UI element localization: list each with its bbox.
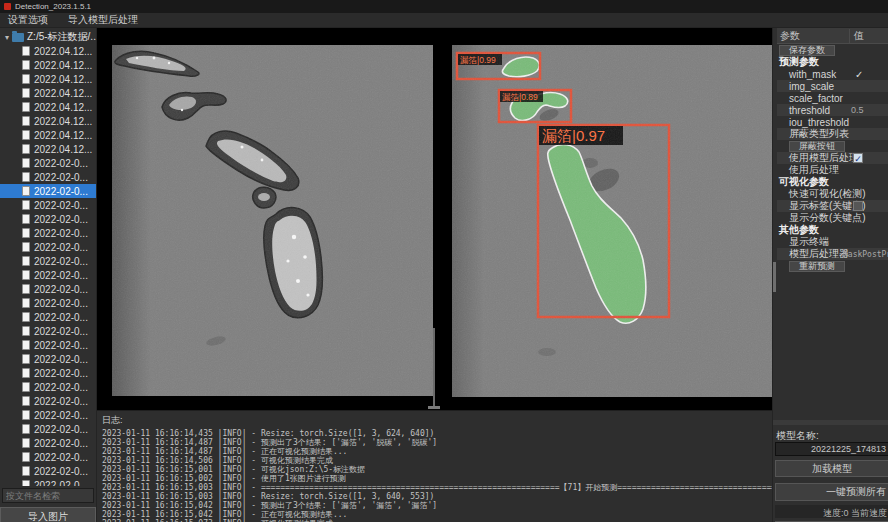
param-row[interactable]: with_mask✓ — [777, 68, 888, 80]
section-divider — [773, 420, 888, 425]
param-row[interactable]: 显示分数(关键点) — [777, 212, 888, 224]
tree-item-label: 2022-02-0... — [34, 158, 88, 169]
tree-item-label: 2022-02-0... — [34, 214, 88, 225]
tree-item[interactable]: 2022-02-0... — [0, 198, 96, 212]
tree-item[interactable]: 2022-02-0... — [0, 226, 96, 240]
tree-item-label: 2022-02-0... — [34, 228, 88, 239]
param-button-row: 重新预测 — [777, 260, 888, 272]
load-model-button[interactable]: 加载模型 — [775, 460, 888, 477]
tree-item[interactable]: 2022-02-0... — [0, 240, 96, 254]
param-row[interactable]: scale_factor — [777, 92, 888, 104]
tree-item[interactable]: 2022.04.12... — [0, 142, 96, 156]
tree-item[interactable]: 2022-02-0... — [0, 310, 96, 324]
tree-item[interactable]: 2022.04.12... — [0, 100, 96, 114]
log-title: 日志: — [97, 411, 772, 429]
search-input[interactable] — [2, 488, 94, 503]
menu-settings[interactable]: 设置选项 — [8, 13, 48, 27]
log-line: 2023-01-11 16:16:15,003 |INFO| - =======… — [97, 483, 772, 492]
param-row[interactable]: img_scale — [777, 80, 888, 92]
tree-root[interactable]: ▾ Z:/5-标注数据/... — [0, 30, 96, 44]
checkbox[interactable]: ✓ — [853, 153, 863, 163]
tree-item[interactable]: 2022-02-0... — [0, 296, 96, 310]
file-icon — [22, 438, 30, 448]
log-line: 2023-01-11 16:16:15,003 |INFO| - Resize:… — [97, 492, 772, 501]
log-area[interactable]: 日志: 2023-01-11 16:16:14,435 |INFO| - Res… — [97, 410, 772, 522]
menu-import-postprocess[interactable]: 导入模型后处理 — [68, 13, 138, 27]
scrollbar-thumb[interactable] — [773, 262, 776, 292]
tree-item[interactable]: 2022-02-0... — [0, 338, 96, 352]
tree-item[interactable]: 2022-02-0... — [0, 366, 96, 380]
tree-item-label: 2022-02-0... — [34, 326, 88, 337]
import-images-button[interactable]: 导入图片 — [0, 507, 96, 522]
file-icon — [22, 158, 30, 168]
panel-splitter-handle[interactable] — [428, 406, 440, 409]
param-row[interactable]: threshold0.5 — [777, 104, 888, 116]
file-icon — [22, 172, 30, 182]
tree-item[interactable]: 2022-02-0... — [0, 380, 96, 394]
file-icon — [22, 200, 30, 210]
file-icon — [22, 382, 30, 392]
tree-item[interactable]: 2022-02-0... — [0, 324, 96, 338]
tree-item-label: 2022.04.12... — [34, 144, 92, 155]
file-icon — [22, 424, 30, 434]
param-row[interactable]: 模型后处理器MaskPostPro — [777, 248, 888, 260]
file-tree[interactable]: ▾ Z:/5-标注数据/... 2022.04.12...2022.04.12.… — [0, 28, 96, 486]
file-icon — [22, 368, 30, 378]
tree-item[interactable]: 2022.04.12... — [0, 86, 96, 100]
tree-item-label: 2022-02-0... — [34, 382, 88, 393]
file-icon — [22, 60, 30, 70]
tree-item[interactable]: 2022-02-0 — [0, 478, 96, 486]
tree-item-label: 2022.04.12... — [34, 116, 92, 127]
tree-item[interactable]: 2022-02-0... — [0, 450, 96, 464]
tree-item-label: 2022-02-0... — [34, 200, 88, 211]
tree-item[interactable]: 2022-02-0... — [0, 212, 96, 226]
param-name: img_scale — [789, 81, 888, 92]
file-icon — [22, 284, 30, 294]
tree-item[interactable]: 2022.04.12... — [0, 44, 96, 58]
predict-all-button[interactable]: 一键预测所有 — [775, 483, 888, 501]
param-row[interactable]: 屏蔽类型列表 — [777, 128, 888, 140]
tree-item[interactable]: 2022.04.12... — [0, 72, 96, 86]
tree-item[interactable]: 2022.04.12... — [0, 58, 96, 72]
log-line: 2023-01-11 16:16:14,506 |INFO| - 可视化预测结果… — [97, 456, 772, 465]
prediction-image-panel[interactable]: 漏箔|0.99 漏箔|0.89 漏箔|0.97 — [452, 45, 772, 397]
checkbox[interactable] — [853, 201, 863, 211]
tree-item[interactable]: 2022-02-0... — [0, 422, 96, 436]
tree-item[interactable]: 2022-02-0... — [0, 282, 96, 296]
original-image — [112, 45, 433, 396]
tree-item[interactable]: 2022-02-0... — [0, 464, 96, 478]
tree-item[interactable]: 2022-02-0... — [0, 170, 96, 184]
chevron-down-icon[interactable]: ▾ — [5, 33, 9, 42]
tree-item[interactable]: 2022-02-0... — [0, 268, 96, 282]
tree-item[interactable]: 2022.04.12... — [0, 114, 96, 128]
param-name: 使用后处理 — [789, 163, 888, 177]
tree-item-label: 2022-02-0 — [34, 480, 80, 487]
model-name-label: 模型名称: — [776, 429, 819, 443]
original-image-panel[interactable] — [112, 45, 433, 396]
tree-item[interactable]: 2022-02-0... — [0, 352, 96, 366]
file-icon — [22, 214, 30, 224]
file-icon — [22, 186, 30, 196]
log-line: 2023-01-11 16:16:15,042 |INFO| - 正在可视化预测… — [97, 510, 772, 519]
tree-item[interactable]: 2022.04.12... — [0, 128, 96, 142]
tree-item[interactable]: 2022-02-0... — [0, 394, 96, 408]
param-name: scale_factor — [789, 93, 888, 104]
tree-item[interactable]: 2022-02-0... — [0, 436, 96, 450]
tree-item-label: 2022.04.12... — [34, 60, 92, 71]
file-icon — [22, 312, 30, 322]
window-title: Detection_2023.1.5.1 — [15, 2, 91, 11]
tree-item-label: 2022.04.12... — [34, 88, 92, 99]
model-name-field[interactable]: 20221225_174813 — [775, 442, 888, 456]
tree-item[interactable]: 2022-02-0... — [0, 254, 96, 268]
param-row[interactable]: 使用后处理 — [777, 164, 888, 176]
panel-splitter[interactable] — [433, 328, 435, 406]
file-icon — [22, 256, 30, 266]
save-params-button[interactable]: 保存参数 — [779, 45, 835, 56]
tree-item[interactable]: 2022-02-0... — [0, 184, 96, 198]
tree-item[interactable]: 2022-02-0... — [0, 156, 96, 170]
tree-item[interactable]: 2022-02-0... — [0, 408, 96, 422]
mask-type-button[interactable]: 屏蔽按钮 — [789, 141, 845, 152]
re-predict-button[interactable]: 重新预测 — [789, 261, 845, 272]
tree-item-label: 2022.04.12... — [34, 130, 92, 141]
parameter-sidebar: 参数 值 保存参数预测参数with_mask✓img_scalescale_fa… — [772, 28, 888, 522]
